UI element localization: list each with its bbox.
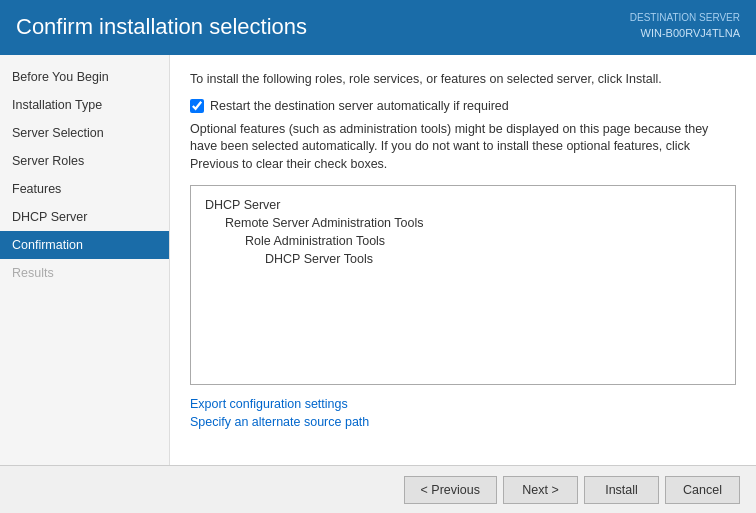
sidebar-item-features[interactable]: Features bbox=[0, 175, 169, 203]
server-label: DESTINATION SERVER bbox=[630, 10, 740, 25]
sidebar-item-dhcp-server[interactable]: DHCP Server bbox=[0, 203, 169, 231]
export-config-link[interactable]: Export configuration settings bbox=[190, 397, 736, 411]
features-box: DHCP ServerRemote Server Administration … bbox=[190, 185, 736, 385]
content-area: Before You BeginInstallation TypeServer … bbox=[0, 55, 756, 465]
intro-text: To install the following roles, role ser… bbox=[190, 71, 736, 89]
header: Confirm installation selections DESTINAT… bbox=[0, 0, 756, 55]
optional-note: Optional features (such as administratio… bbox=[190, 121, 736, 174]
main-panel: To install the following roles, role ser… bbox=[170, 55, 756, 465]
feature-item: Role Administration Tools bbox=[205, 232, 721, 250]
sidebar-item-confirmation[interactable]: Confirmation bbox=[0, 231, 169, 259]
next-button[interactable]: Next > bbox=[503, 476, 578, 504]
page-title: Confirm installation selections bbox=[16, 10, 307, 40]
server-info: DESTINATION SERVER WIN-B00RVJ4TLNA bbox=[630, 10, 740, 42]
install-button[interactable]: Install bbox=[584, 476, 659, 504]
restart-checkbox[interactable] bbox=[190, 99, 204, 113]
feature-item: DHCP Server bbox=[205, 196, 721, 214]
feature-item: DHCP Server Tools bbox=[205, 250, 721, 268]
sidebar-item-before-you-begin[interactable]: Before You Begin bbox=[0, 63, 169, 91]
sidebar-item-server-selection[interactable]: Server Selection bbox=[0, 119, 169, 147]
sidebar: Before You BeginInstallation TypeServer … bbox=[0, 55, 170, 465]
server-name: WIN-B00RVJ4TLNA bbox=[630, 25, 740, 42]
footer: < Previous Next > Install Cancel bbox=[0, 465, 756, 513]
cancel-button[interactable]: Cancel bbox=[665, 476, 740, 504]
alternate-source-link[interactable]: Specify an alternate source path bbox=[190, 415, 736, 429]
sidebar-item-server-roles[interactable]: Server Roles bbox=[0, 147, 169, 175]
window: Confirm installation selections DESTINAT… bbox=[0, 0, 756, 513]
restart-checkbox-row: Restart the destination server automatic… bbox=[190, 99, 736, 113]
sidebar-item-results: Results bbox=[0, 259, 169, 287]
restart-checkbox-label[interactable]: Restart the destination server automatic… bbox=[210, 99, 509, 113]
sidebar-item-installation-type[interactable]: Installation Type bbox=[0, 91, 169, 119]
feature-item: Remote Server Administration Tools bbox=[205, 214, 721, 232]
previous-button[interactable]: < Previous bbox=[404, 476, 497, 504]
